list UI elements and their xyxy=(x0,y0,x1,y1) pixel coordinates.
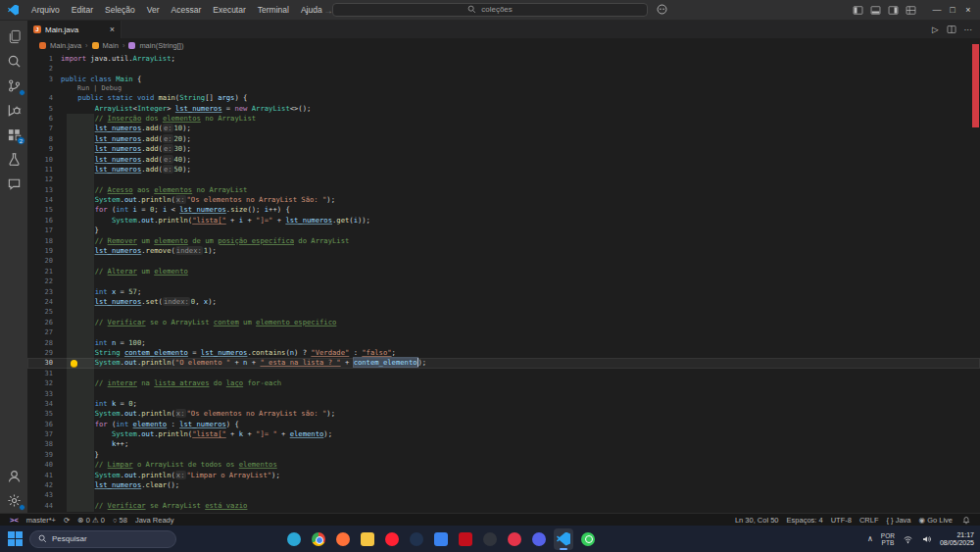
line-number[interactable]: 29 xyxy=(27,348,61,358)
code-line[interactable]: 35 System.out.println(x:"Os elementos no… xyxy=(27,409,980,419)
line-number[interactable]: 12 xyxy=(27,175,61,184)
codelens[interactable]: Run | Debug xyxy=(27,84,980,93)
steam-taskbar-icon[interactable] xyxy=(407,528,426,550)
line-number[interactable]: 43 xyxy=(27,490,61,500)
line-number[interactable]: 17 xyxy=(27,226,61,235)
line-number[interactable]: 44 xyxy=(27,501,61,511)
line-number[interactable]: 38 xyxy=(27,439,61,449)
line-number[interactable]: 8 xyxy=(27,134,61,144)
split-editor-icon[interactable] xyxy=(947,25,956,34)
toggle-sidebar-icon[interactable] xyxy=(853,5,863,16)
menu-terminal[interactable]: Terminal xyxy=(252,3,295,17)
code-line[interactable]: 15 for (int i = 0; i < lst_numeros.size(… xyxy=(27,205,980,215)
code-line[interactable]: 11 lst_numeros.add(e:50); xyxy=(27,165,980,175)
edge-taskbar-icon[interactable] xyxy=(284,528,304,550)
sync[interactable]: ⟳ xyxy=(60,516,74,525)
code-line[interactable]: 12 xyxy=(27,175,980,184)
line-number[interactable]: 31 xyxy=(27,369,61,378)
acrobat-taskbar-icon[interactable] xyxy=(456,528,475,550)
remote-indicator[interactable]: >< xyxy=(6,516,23,525)
menu-executar[interactable]: Executar xyxy=(207,3,252,17)
line-number[interactable]: 11 xyxy=(27,165,61,175)
eol[interactable]: CRLF xyxy=(856,516,883,525)
line-number[interactable]: 18 xyxy=(27,236,61,246)
code-line[interactable]: 26 // Verificar se o ArrayList contem um… xyxy=(27,318,980,327)
code-line[interactable]: 21 // Alterar um elemento xyxy=(27,267,980,276)
line-number[interactable]: 2 xyxy=(27,64,61,74)
line-number[interactable]: 6 xyxy=(27,114,61,124)
obs-taskbar-icon[interactable] xyxy=(480,528,500,550)
overview-ruler-marker[interactable] xyxy=(972,44,979,127)
chrome-taskbar-icon[interactable] xyxy=(309,528,328,550)
code-line[interactable]: 43 xyxy=(27,490,980,500)
toggle-secondary-sidebar-icon[interactable] xyxy=(888,5,899,16)
line-number[interactable]: 27 xyxy=(27,327,61,337)
lightbulb-icon[interactable] xyxy=(71,360,77,367)
code-line[interactable]: 16 System.out.println("lista[" + i + "]=… xyxy=(27,216,980,226)
code-line[interactable]: 41 System.out.println(x:"Limpar o ArrayL… xyxy=(27,471,980,480)
code-line[interactable]: 23 int x = 57; xyxy=(27,287,980,297)
code-line[interactable]: 28 int n = 100; xyxy=(27,338,980,348)
line-number[interactable]: 34 xyxy=(27,399,61,409)
line-number[interactable]: 19 xyxy=(27,246,61,256)
menu-acessar[interactable]: Acessar xyxy=(166,3,208,17)
encoding[interactable]: UTF-8 xyxy=(827,516,856,525)
discord-taskbar-icon[interactable] xyxy=(529,528,549,550)
code-line[interactable]: 10 lst_numeros.add(e:40); xyxy=(27,155,980,165)
line-number[interactable]: 32 xyxy=(27,378,61,388)
code-line[interactable]: 38 k++; xyxy=(27,439,980,449)
extensions-icon[interactable]: 2 xyxy=(2,123,25,147)
git-branch[interactable]: master*+ xyxy=(23,516,60,525)
code-line[interactable]: 1import java.util.ArrayList; xyxy=(27,54,980,64)
code-line[interactable]: 17 } xyxy=(27,226,980,235)
tab-close-icon[interactable]: × xyxy=(110,25,115,34)
line-number[interactable]: 42 xyxy=(27,480,61,490)
menu-ver[interactable]: Ver xyxy=(141,3,166,17)
code-line[interactable]: 9 lst_numeros.add(e:30); xyxy=(27,144,980,154)
language-mode[interactable]: { } Java xyxy=(882,516,914,525)
code-line[interactable]: 27 xyxy=(27,327,980,337)
tray-expand-icon[interactable]: ∧ xyxy=(867,534,873,543)
window-minimize-button[interactable]: — xyxy=(929,0,945,20)
line-number[interactable]: 10 xyxy=(27,155,61,165)
code-line[interactable]: 22 xyxy=(27,276,980,286)
volume-icon[interactable] xyxy=(921,534,932,544)
line-number[interactable] xyxy=(27,84,61,93)
taskbar-clock[interactable]: 21:17 08/05/2025 xyxy=(940,531,974,547)
code-line[interactable]: 2 xyxy=(27,64,980,74)
line-number[interactable]: 23 xyxy=(27,287,61,297)
code-line[interactable]: 30 System.out.println("O elemento " + n … xyxy=(27,358,980,368)
line-number[interactable]: 13 xyxy=(27,185,61,195)
line-number[interactable]: 39 xyxy=(27,450,61,460)
line-number[interactable]: 26 xyxy=(27,318,61,327)
menu-arquivo[interactable]: Arquivo xyxy=(25,3,66,17)
code-line[interactable]: 37 System.out.println("lista[" + k + "]=… xyxy=(27,429,980,439)
firefox-taskbar-icon[interactable] xyxy=(333,528,353,550)
code-line[interactable]: 13 // Acesso aos elementos no ArrayList xyxy=(27,185,980,195)
line-number[interactable]: 33 xyxy=(27,389,61,399)
keyboard-language[interactable]: POR PTB xyxy=(881,532,895,546)
code-line[interactable]: 19 lst_numeros.remove(index:1); xyxy=(27,246,980,256)
copilot-icon[interactable] xyxy=(657,4,667,15)
vscode-taskbar-icon[interactable] xyxy=(554,528,573,550)
line-number[interactable]: 24 xyxy=(27,297,61,307)
code-line[interactable]: 24 lst_numeros.set(index:0, x); xyxy=(27,297,980,307)
line-number[interactable]: 21 xyxy=(27,267,61,276)
code-editor[interactable]: 1import java.util.ArrayList;23public cla… xyxy=(27,52,980,513)
taskbar-search[interactable]: Pesquisar xyxy=(29,530,176,548)
java-status[interactable]: Java Ready xyxy=(131,516,178,525)
code-line[interactable]: 5 ArrayList<Integer> lst_numeros = new A… xyxy=(27,104,980,114)
problems[interactable]: ⊗ 0 ⚠ 0 xyxy=(74,516,109,525)
code-line[interactable]: 32 // interar na lista atraves do laço f… xyxy=(27,378,980,388)
customize-layout-icon[interactable] xyxy=(906,5,916,16)
go-live[interactable]: ◉ Go Live xyxy=(915,516,956,525)
window-close-button[interactable]: × xyxy=(960,0,976,20)
notifications-icon[interactable] xyxy=(958,516,974,525)
toggle-panel-icon[interactable] xyxy=(870,5,881,16)
line-number[interactable]: 16 xyxy=(27,216,61,226)
breadcrumb-item-file[interactable]: Main.java xyxy=(50,41,81,50)
code-line[interactable]: 34 int k = 0; xyxy=(27,399,980,409)
code-line[interactable]: 39 } xyxy=(27,450,980,460)
code-line[interactable]: 25 xyxy=(27,307,980,317)
start-button[interactable] xyxy=(8,531,24,547)
